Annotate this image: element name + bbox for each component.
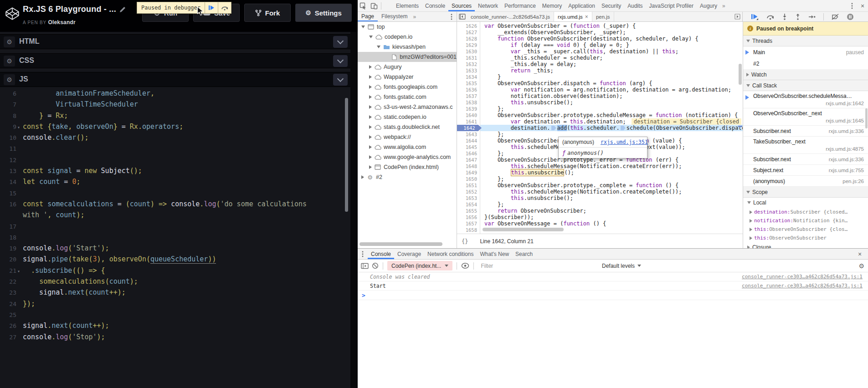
popup-source-link[interactable]: rxjs.umd.js:351	[601, 139, 648, 145]
tree-item-kievsash/pen[interactable]: kievsash/pen	[358, 42, 457, 52]
fold-arrow-icon[interactable]: ▾	[16, 122, 23, 133]
stack-frame[interactable]: ObserveOnSubscriber.scheduleMessa…rxjs.u…	[743, 91, 868, 108]
js-editor-code[interactable]: 6 animationFrameScheduler,7 VirtualTimeS…	[0, 88, 344, 388]
source-line[interactable]: 1640 ObserveOnSubscriber.prototype.sched…	[457, 112, 743, 118]
line-number[interactable]: 1650	[457, 176, 477, 182]
editor-code-line[interactable]: 23 signal.next(count++);	[0, 287, 344, 298]
triangle-right-icon[interactable]	[369, 85, 372, 89]
deactivate-breakpoints-button[interactable]	[832, 14, 839, 20]
line-number[interactable]: 1643	[457, 131, 477, 138]
tree-item-codepen.io[interactable]: codepen.io	[358, 32, 457, 42]
frame-location[interactable]: rxjs.umd.js:1645	[826, 118, 864, 123]
editor-code-line[interactable]: 7 VirtualTimeScheduler	[0, 99, 344, 110]
line-number[interactable]: 1628	[457, 36, 477, 42]
step-over-button[interactable]	[766, 14, 774, 20]
editor-code-line[interactable]: 25	[0, 309, 344, 320]
drawer-tab-console[interactable]: Console	[368, 249, 394, 259]
navigator-tab-filesystem[interactable]: Filesystem	[378, 12, 411, 21]
tree-item-s3-us-west-2.amazonaws.c[interactable]: s3-us-west-2.amazonaws.c	[358, 102, 457, 112]
editor-code-line[interactable]: 10console.clear();	[0, 132, 344, 143]
step-button[interactable]	[808, 14, 816, 20]
console-filter-input[interactable]: Filter	[481, 263, 493, 269]
async-step-marker-icon[interactable]	[551, 126, 556, 130]
line-number[interactable]: 1656	[457, 214, 477, 220]
line-number[interactable]: 1640	[457, 112, 477, 118]
navigator-menu-icon[interactable]	[447, 12, 457, 21]
frame-location[interactable]: rxjs.umd.js:4875	[826, 146, 864, 152]
source-editor[interactable]: 1626var ObserveOnSubscriber = (function …	[457, 22, 743, 234]
tab-application[interactable]: Application	[565, 0, 598, 11]
line-number[interactable]: 1631	[457, 55, 477, 61]
tab-audits[interactable]: Audits	[624, 0, 646, 11]
source-line[interactable]: 1652 this.scheduleMessage(Notification.c…	[457, 189, 743, 195]
tree-item-CodePen (index.html)[interactable]: CodePen (index.html)	[358, 162, 457, 172]
source-line[interactable]: 1637 notification.observe(destination);	[457, 93, 743, 99]
tree-item-static.codepen.io[interactable]: static.codepen.io	[358, 112, 457, 122]
call-stack-section-header[interactable]: Call Stack	[743, 80, 868, 91]
drawer-tab-search[interactable]: Search	[512, 249, 536, 259]
tree-item-Augury[interactable]: Augury	[358, 62, 457, 72]
navigator-horizontal-scrollbar[interactable]	[360, 242, 442, 246]
source-line[interactable]: 1649 this.unsubscribe();	[457, 169, 743, 176]
sidebar-scrollbar[interactable]	[865, 108, 868, 128]
source-line[interactable]: 1630 var _this = _super.call(this, desti…	[457, 48, 743, 55]
triangle-right-icon[interactable]	[369, 125, 372, 129]
source-line[interactable]: 1651 ObserveOnSubscriber.prototype._comp…	[457, 182, 743, 189]
console-source-link[interactable]: console_runner-ce303…a462c826d54a73.js:1	[742, 274, 863, 280]
tree-item-top[interactable]: top	[358, 22, 457, 32]
scope-closure-header[interactable]: Closure	[743, 242, 868, 248]
line-number[interactable]: 1638	[457, 99, 477, 106]
source-line[interactable]: 1635 ObserveOnSubscriber.dispatch = func…	[457, 80, 743, 87]
html-gear-icon[interactable]: ⚙	[4, 36, 15, 47]
live-expression-eye-icon[interactable]	[461, 263, 469, 269]
editor-code-line[interactable]: 22 somecalculations(count);	[0, 276, 344, 287]
line-number[interactable]: 1634	[457, 74, 477, 80]
tab-sources[interactable]: Sources	[448, 0, 475, 11]
source-line[interactable]: 1657var ObserveOnMessage = (function () …	[457, 220, 743, 227]
source-line[interactable]: 1650 };	[457, 176, 743, 182]
frame-location[interactable]: rxjs.umd.js:1642	[826, 101, 864, 106]
console-message[interactable]: Console was clearedconsole_runner-ce303……	[358, 272, 868, 281]
triangle-right-icon[interactable]	[750, 219, 752, 223]
line-number[interactable]: 1636	[457, 87, 477, 93]
triangle-right-icon[interactable]	[369, 145, 372, 149]
triangle-right-icon[interactable]	[369, 75, 372, 79]
tree-item-bmzGWd?editors=001[interactable]: bmzGWd?editors=001	[358, 52, 457, 62]
fork-button[interactable]: Fork	[244, 4, 291, 22]
source-line[interactable]: 1653 this.unsubscribe();	[457, 195, 743, 201]
drawer-tab-network-conditions[interactable]: Network conditions	[424, 249, 477, 259]
navigator-more-chevron[interactable]: »	[411, 12, 418, 21]
source-horizontal-scrollbar[interactable]	[483, 228, 564, 231]
line-number[interactable]: 1653	[457, 195, 477, 201]
triangle-right-icon[interactable]	[369, 135, 372, 139]
js-editor-scrollbar[interactable]	[345, 98, 348, 212]
editor-code-line[interactable]: 17	[0, 221, 344, 232]
tree-item-fonts.googleapis.com[interactable]: fonts.googleapis.com	[358, 82, 457, 92]
triangle-right-icon[interactable]	[361, 175, 364, 179]
source-line[interactable]: 1631 _this.scheduler = scheduler;	[457, 55, 743, 61]
source-line[interactable]: 1655 return ObserveOnSubscriber;	[457, 208, 743, 214]
triangle-right-icon[interactable]	[369, 65, 372, 69]
codepen-logo-icon[interactable]	[5, 6, 20, 21]
tab-console[interactable]: Console	[422, 0, 448, 11]
settings-button[interactable]: ⚙ Settings	[295, 4, 352, 22]
console-settings-gear-icon[interactable]: ⚙	[858, 262, 864, 270]
triangle-right-icon[interactable]	[750, 236, 752, 240]
triangle-right-icon[interactable]	[369, 95, 372, 99]
line-number[interactable]: 1654	[457, 201, 477, 208]
editor-code-line[interactable]: 15	[0, 188, 344, 199]
resume-script-button[interactable]	[751, 14, 759, 20]
drawer-menu-icon[interactable]	[358, 249, 368, 259]
tree-item-www.algolia.com[interactable]: www.algolia.com	[358, 142, 457, 152]
edit-title-pencil-icon[interactable]	[119, 6, 126, 13]
source-line[interactable]: 1633 return _this;	[457, 67, 743, 74]
execution-context-selector[interactable]: CodePen (index.ht...	[387, 261, 452, 271]
fold-arrow-icon[interactable]: ▾	[16, 266, 23, 277]
frame-location[interactable]: rxjs.umd.js:336	[829, 157, 864, 162]
file-tab-console_runner-...2c826d54a73.js[interactable]: console_runner-...2c826d54a73.js	[467, 12, 554, 21]
editor-code-line[interactable]: 16const somecalculations = (count) => co…	[0, 199, 344, 209]
line-number[interactable]: 1641	[457, 118, 477, 125]
drawer-tab-coverage[interactable]: Coverage	[394, 249, 424, 259]
editor-code-line[interactable]: 27console.log('Stop');	[0, 332, 344, 342]
source-line[interactable]: 1634 }	[457, 74, 743, 80]
